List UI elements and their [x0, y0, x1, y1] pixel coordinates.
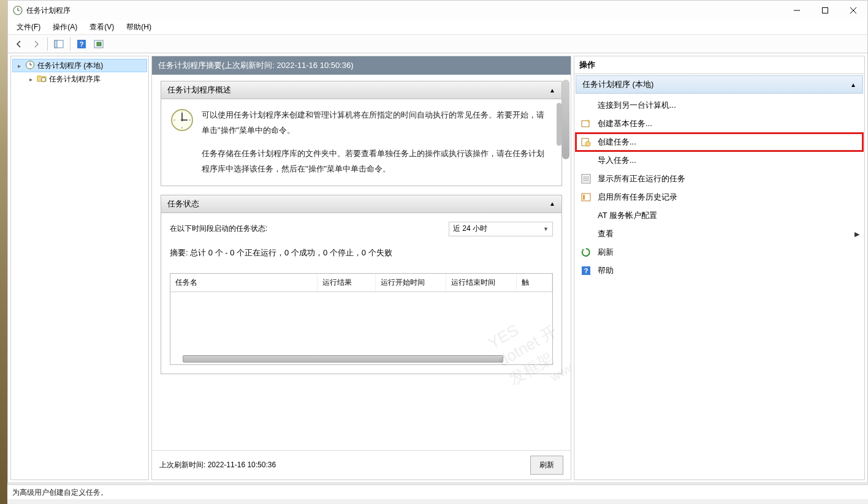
overview-section-header[interactable]: 任务计划程序概述 ▲	[161, 81, 562, 99]
status-summary-text: 摘要: 总计 0 个 - 0 个正在运行，0 个成功，0 个停止，0 个失败	[170, 247, 553, 258]
chevron-up-icon: ▲	[850, 81, 856, 88]
actions-section-header[interactable]: 任务计划程序 (本地) ▲	[576, 75, 863, 94]
status-period-combo[interactable]: 近 24 小时 ▼	[449, 222, 553, 236]
tree-label: 任务计划程序库	[49, 74, 101, 85]
combo-value: 近 24 小时	[453, 224, 487, 234]
blank-icon	[581, 228, 592, 239]
section-title: 任务计划程序概述	[167, 85, 231, 96]
actions-panel-title: 操作	[574, 56, 864, 74]
col-run-result[interactable]: 运行结果	[318, 274, 376, 291]
task-table-header: 任务名 运行结果 运行开始时间 运行结束时间 触	[170, 274, 552, 292]
svg-rect-4	[823, 8, 828, 13]
svg-point-27	[585, 141, 590, 146]
section-title: 任务计划程序 (本地)	[582, 79, 653, 90]
action-import-task[interactable]: 导入任务...	[576, 151, 863, 170]
clock-icon	[170, 108, 194, 132]
nav-back-button[interactable]	[12, 37, 26, 51]
menubar: 文件(F) 操作(A) 查看(V) 帮助(H)	[8, 20, 867, 35]
toolbar: ?	[8, 35, 867, 53]
col-more[interactable]: 触	[517, 274, 552, 291]
help-button[interactable]: ?	[74, 37, 89, 51]
svg-text:?: ?	[584, 267, 588, 274]
history-icon	[581, 192, 592, 203]
action-list: 连接到另一台计算机... 创建基本任务... 创建任务... 导入任务... 显…	[574, 95, 864, 281]
chevron-up-icon: ▲	[549, 87, 555, 94]
wizard-icon	[581, 118, 592, 129]
action-label: 创建基本任务...	[598, 118, 652, 129]
col-start-time[interactable]: 运行开始时间	[376, 274, 446, 291]
tree-panel: ▸ 任务计划程序 (本地) ▸ 任务计划程序库	[10, 56, 149, 480]
status-section-header[interactable]: 任务状态 ▲	[161, 195, 562, 213]
col-task-name[interactable]: 任务名	[170, 274, 318, 291]
scrollbar-thumb[interactable]	[557, 103, 562, 146]
maximize-button[interactable]	[811, 1, 839, 20]
titlebar: 任务计划程序	[8, 1, 867, 20]
svg-rect-33	[583, 195, 585, 200]
folder-clock-icon	[37, 73, 47, 85]
show-hide-console-button[interactable]	[51, 37, 66, 51]
tree-expand-icon[interactable]: ▸	[27, 76, 34, 83]
action-label: AT 服务帐户配置	[598, 210, 657, 221]
status-period-row: 在以下时间段启动的任务状态: 近 24 小时 ▼	[170, 222, 553, 236]
overview-text: 可以使用任务计划程序来创建和管理计算机将在所指定的时间自动执行的常见任务。若要开…	[202, 108, 553, 177]
menu-view[interactable]: 查看(V)	[83, 21, 120, 34]
action-label: 帮助	[598, 265, 614, 276]
svg-rect-8	[55, 40, 57, 48]
menu-help[interactable]: 帮助(H)	[120, 21, 158, 34]
horizontal-scrollbar-thumb[interactable]	[183, 355, 503, 363]
center-panel: 任务计划程序摘要(上次刷新时间: 2022-11-16 10:50:36) 任务…	[151, 56, 571, 480]
statusbar-text: 为高级用户创建自定义任务。	[12, 488, 108, 497]
svg-rect-12	[97, 42, 101, 46]
col-end-time[interactable]: 运行结束时间	[446, 274, 517, 291]
action-label: 创建任务...	[598, 137, 636, 148]
action-enable-history[interactable]: 启用所有任务历史记录	[576, 188, 863, 206]
action-label: 导入任务...	[598, 155, 636, 166]
action-label: 显示所有正在运行的任务	[598, 173, 685, 184]
list-icon	[581, 173, 592, 184]
action-label: 连接到另一台计算机...	[598, 100, 676, 111]
action-connect-computer[interactable]: 连接到另一台计算机...	[576, 96, 863, 115]
overview-paragraph: 可以使用任务计划程序来创建和管理计算机将在所指定的时间自动执行的常见任务。若要开…	[202, 108, 544, 138]
action-view[interactable]: 查看 ▶	[576, 225, 863, 243]
desktop-background-strip	[0, 0, 7, 504]
tree-library-item[interactable]: ▸ 任务计划程序库	[12, 72, 147, 86]
chevron-down-icon: ▼	[543, 226, 549, 232]
scrollbar-thumb[interactable]	[562, 80, 569, 159]
close-button[interactable]	[839, 1, 867, 20]
action-create-task[interactable]: 创建任务...	[576, 133, 863, 151]
help-icon: ?	[581, 265, 592, 276]
statusbar: 为高级用户创建自定义任务。	[7, 484, 868, 499]
toolbar-separator	[70, 37, 70, 51]
expand-arrow-icon: ▶	[855, 230, 859, 238]
action-show-running[interactable]: 显示所有正在运行的任务	[576, 170, 863, 188]
action-create-basic-task[interactable]: 创建基本任务...	[576, 115, 863, 133]
action-label: 启用所有任务历史记录	[598, 192, 677, 203]
action-label: 刷新	[598, 247, 614, 258]
overview-box: 可以使用任务计划程序来创建和管理计算机将在所指定的时间自动执行的常见任务。若要开…	[161, 99, 562, 186]
svg-text:?: ?	[80, 40, 84, 48]
overview-paragraph: 任务存储在任务计划程序库的文件夹中。若要查看单独任务上的操作或执行该操作，请在任…	[202, 146, 544, 176]
app-icon	[13, 6, 23, 15]
nav-forward-button[interactable]	[29, 37, 44, 51]
last-refresh-label: 上次刷新时间: 2022-11-16 10:50:36	[159, 460, 276, 470]
refresh-icon	[581, 247, 592, 258]
minimize-button[interactable]	[783, 1, 811, 20]
tree-expand-icon[interactable]: ▸	[15, 62, 23, 69]
action-at-config[interactable]: AT 服务帐户配置	[576, 206, 863, 225]
task-table: 任务名 运行结果 运行开始时间 运行结束时间 触	[170, 273, 553, 365]
action-refresh[interactable]: 刷新	[576, 243, 863, 261]
window-title: 任务计划程序	[26, 6, 70, 16]
summary-body: 任务计划程序概述 ▲ 可以使用任务计划程序来创建和管理计算机将在所指定的时间自动…	[152, 75, 571, 450]
tree-label: 任务计划程序 (本地)	[37, 61, 103, 71]
menu-file[interactable]: 文件(F)	[10, 21, 47, 34]
svg-point-16	[42, 77, 46, 81]
refresh-button[interactable]: 刷新	[530, 456, 563, 475]
properties-button[interactable]	[91, 37, 106, 51]
blank-icon	[581, 210, 592, 221]
refresh-row: 上次刷新时间: 2022-11-16 10:50:36 刷新	[152, 450, 571, 480]
tree-root-item[interactable]: ▸ 任务计划程序 (本地)	[12, 59, 147, 72]
menu-action[interactable]: 操作(A)	[47, 21, 83, 34]
task-icon	[581, 137, 592, 148]
status-box: 在以下时间段启动的任务状态: 近 24 小时 ▼ 摘要: 总计 0 个 - 0 …	[161, 213, 562, 374]
action-help[interactable]: ? 帮助	[576, 261, 863, 280]
